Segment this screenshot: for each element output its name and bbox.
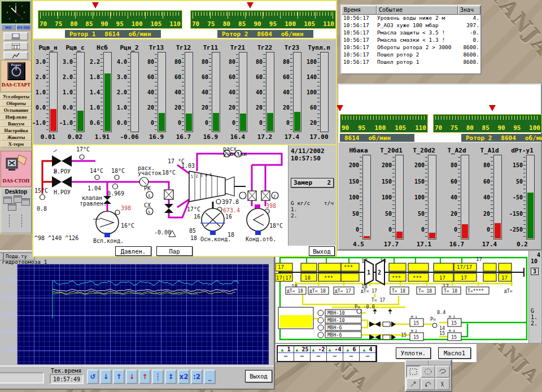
trend-tool-button[interactable]: ↕ <box>165 369 177 384</box>
ellipse-select-icon[interactable] <box>421 365 435 378</box>
gauge-label: T_A1d <box>473 147 506 155</box>
control-sidebar: МО ОЧ-ПОШ Power DAS-СТАРТ Уст.оборотыОбо… <box>0 0 32 234</box>
terminal-icon-button[interactable] <box>3 32 28 41</box>
log-row[interactable]: 10:56:17 Уровень воды ниже 2 м 4. <box>342 15 480 22</box>
clone-tool-icon[interactable] <box>421 378 435 390</box>
svg-text:S: S <box>148 194 150 198</box>
trend-tool-button[interactable]: ↓ <box>126 369 138 384</box>
gauge-tickmarks <box>182 54 184 130</box>
trend-tool-button[interactable]: ↑ <box>113 369 125 384</box>
gauge-label: Нсб <box>89 44 116 52</box>
log-row[interactable]: 10:56:17 Пошел ротор 1 8608. <box>342 59 480 66</box>
sidebar-menu-button[interactable]: Жакеты <box>1 134 32 141</box>
log-col-value[interactable]: Знач <box>458 6 480 15</box>
log-col-time[interactable]: Время <box>342 6 377 15</box>
das-stop-label[interactable]: DAS-СТОП <box>1 178 31 184</box>
chart-icon-button[interactable] <box>3 51 28 60</box>
gauge-track <box>461 155 469 239</box>
trend-tool-button[interactable]: ↑ <box>139 369 151 384</box>
gauge-label: Рцв_н <box>34 44 62 52</box>
calculator-icon <box>12 43 20 49</box>
log-time: 10:56:17 <box>342 22 377 29</box>
trend-tool-button[interactable]: x2 <box>178 369 190 384</box>
y-axis-label: 7.50 <box>0 277 15 283</box>
maslo1-button[interactable]: Масло1 <box>438 347 471 359</box>
davlen-button[interactable]: Давлен. <box>115 246 151 256</box>
window-thumbnail[interactable] <box>21 198 30 206</box>
mimic-exit-button[interactable]: Выход <box>309 246 335 256</box>
sidebar-menu-button[interactable]: Уст.обороты <box>1 93 32 100</box>
gauge-tick: 1.4 <box>90 89 100 95</box>
flow-header: G кг/с <box>291 200 310 206</box>
gauge-tick: 3.0 <box>63 59 73 65</box>
sidebar-menu-button[interactable]: Вакуум <box>1 120 32 127</box>
marquee-select-icon[interactable] <box>406 365 421 378</box>
scale-number: 110 <box>415 124 426 132</box>
desktop-pager-label: Desktop <box>1 189 31 195</box>
sidebar-menu-button[interactable]: Настройка <box>1 127 32 134</box>
gauge-label: Рцн_2 <box>116 44 143 52</box>
power-keycap[interactable]: Power <box>7 62 25 80</box>
trend-tool-button[interactable]: _ <box>204 369 216 384</box>
log-row[interactable]: 10:56:17 Пошел ротор 2 8600. <box>342 51 480 59</box>
window-thumbnail[interactable] <box>14 195 22 203</box>
gauge-track <box>362 155 371 239</box>
magic-wand-icon[interactable] <box>406 378 421 390</box>
stop-monitor-hand-icon[interactable] <box>5 154 28 174</box>
ribbon-tool-icon[interactable] <box>435 378 450 390</box>
trend-scrollbar[interactable] <box>269 264 273 365</box>
lasso-icon[interactable] <box>435 365 450 378</box>
window-thumbnail[interactable] <box>8 203 16 211</box>
trend-tool-button[interactable]: ↺ <box>87 369 99 384</box>
rotor1-tachometer-partial: 9095100105110 8614 об/мин <box>340 106 428 141</box>
log-col-event[interactable]: Событие <box>377 6 458 15</box>
gauge-tick: 20 <box>174 104 181 110</box>
sidebar-menu-button[interactable]: X-терм <box>1 141 32 147</box>
scale-number: 70 <box>192 20 199 28</box>
uplotn-button[interactable]: Уплотн. <box>396 347 431 359</box>
clock-mode-button[interactable]: МО <box>1 24 16 31</box>
gauge-tick: 40 <box>147 89 154 95</box>
clock-alarm-button[interactable]: ОЧ-ПОШ <box>16 24 31 31</box>
trend-tool-button[interactable]: ↓ <box>100 369 112 384</box>
log-row[interactable]: 10:56:17 Обороты ротора 2 > 3000 8600. <box>342 44 480 51</box>
log-value: 8608. <box>456 59 480 66</box>
side-zamer[interactable]: 3 <box>531 268 539 275</box>
log-row[interactable]: 10:56:17 P_AO3 хуже 100 мбар 397. <box>342 22 480 29</box>
das-start-label[interactable]: DAS-СТАРТ <box>1 82 31 88</box>
gauge-tick: 3.0 <box>117 74 127 80</box>
trend-tool-button[interactable]: ┆ <box>152 369 164 384</box>
log-row[interactable]: 10:56:17 Рмасла защиты < 3.5 ! -0. <box>342 29 480 37</box>
trend-plot[interactable] <box>17 264 271 365</box>
log-event: Пошел ротор 2 <box>377 51 456 59</box>
gauge-value: 16.9 <box>143 133 170 141</box>
zamer-button[interactable]: Замер 2 <box>291 178 334 188</box>
flow-units: т/ч <box>324 200 334 206</box>
sidebar-menu-button[interactable]: Обороты <box>1 100 32 107</box>
gauge-tick: 180 <box>307 59 317 65</box>
gauge-track <box>49 52 58 132</box>
gauge-label: Нбака <box>342 147 375 155</box>
gauge-label: Тг22 <box>251 44 278 52</box>
gauge-tick: 0 <box>232 119 235 125</box>
gauge-track <box>239 52 247 132</box>
trend-tool-button[interactable]: :2 <box>191 369 203 384</box>
gauge-tick: 20 <box>310 119 317 125</box>
gauge-tick: 3.0 <box>36 59 46 65</box>
sidebar-menu-button[interactable]: Инф.окно <box>1 114 32 120</box>
sidebar-menu-button[interactable]: Остывание <box>1 107 32 114</box>
log-row[interactable]: 10:56:17 Рмасла смазки < 1.3 ! 0. <box>342 37 480 44</box>
svg-text:МВН-6: МВН-6 <box>327 325 342 330</box>
gauge-tick: 1.0 <box>117 104 127 110</box>
gauge-tick: 200 <box>414 162 425 168</box>
rotor-rpm-units: об/мин <box>364 134 396 142</box>
par-button[interactable]: Пар <box>156 246 193 256</box>
scale-number: 70 <box>40 20 47 28</box>
scale-number: 90 <box>253 20 261 28</box>
trend-exit-button[interactable]: Выход <box>245 370 272 382</box>
gauge-bar <box>527 193 534 238</box>
gauge-tickmarks <box>73 54 76 130</box>
trend-traces <box>18 264 272 365</box>
calculator-icon-button[interactable] <box>3 42 28 50</box>
gauge-tick: 60 <box>147 74 154 80</box>
